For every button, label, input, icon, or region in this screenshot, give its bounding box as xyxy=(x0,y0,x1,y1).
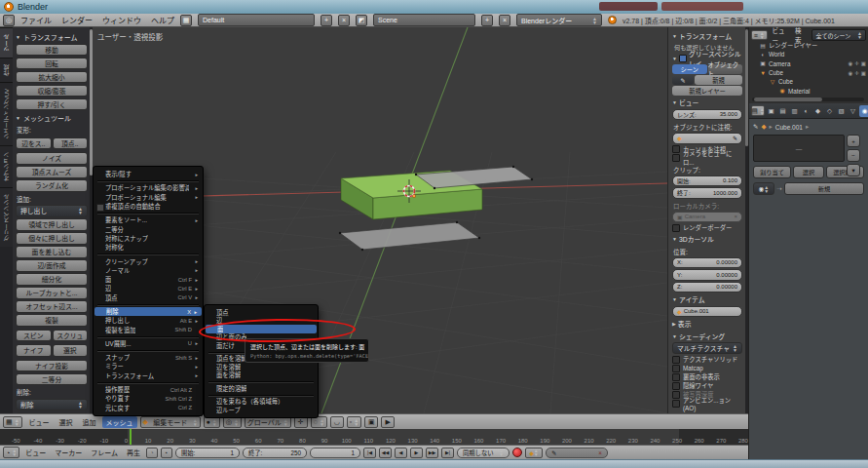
menu-item[interactable]: 表示/隠す ▸ xyxy=(94,170,203,178)
menu-item[interactable]: 操作履歴 Ctrl Alt Z ▸ xyxy=(94,385,203,394)
toolshelf-tab[interactable]: 作成 xyxy=(0,58,13,82)
toolshelf-tab[interactable]: シェーディング/UV xyxy=(0,82,13,145)
outliner-row[interactable]: ▤ レンダーレイヤー ◉✛▣ xyxy=(751,41,866,50)
outliner-row[interactable]: ◉ Material ◉✛▣ xyxy=(751,86,866,95)
menu-item[interactable]: トランスフォーム ▸ xyxy=(94,371,203,380)
properties-tab-icon[interactable]: ◆ xyxy=(812,105,823,117)
timeline-menu-item[interactable]: マーカー xyxy=(55,448,82,457)
shading-checkbox-row[interactable]: 裏面の非表示 xyxy=(672,372,742,381)
menu-item[interactable]: スナップ Shift S ▸ xyxy=(94,353,203,362)
menu-item[interactable]: ミラー ▸ xyxy=(94,362,203,370)
lock-icon[interactable]: ▪ xyxy=(161,448,172,458)
menu-item[interactable]: 要素をソート... ▸ xyxy=(94,215,203,224)
keying-set-dropdown[interactable]: ◆▲▼ xyxy=(525,448,543,458)
render-engine-dropdown[interactable]: Blenderレンダー▲▼ xyxy=(516,14,602,26)
spin-button[interactable]: スピン xyxy=(16,330,52,342)
prev-keyframe-button[interactable]: ◀◀ xyxy=(379,448,392,458)
keying-set-field[interactable]: ✎× xyxy=(546,448,608,458)
lock-object-field[interactable]: ◆✎ xyxy=(672,133,742,144)
mode-dropdown[interactable]: ◆編集モード▲▼ xyxy=(140,416,201,428)
gray-plane-lower[interactable] xyxy=(340,222,479,250)
delete-dropdown[interactable]: 削除▲▼ xyxy=(16,399,88,411)
submenu-item[interactable]: 辺を束ねる（各領域毎） xyxy=(205,398,318,407)
axis-number-field[interactable]: Y:0.00000 xyxy=(672,269,742,281)
timeline-menu-item[interactable]: 再生 xyxy=(127,448,140,457)
new-layer-button[interactable]: 新規レイヤー xyxy=(672,86,742,96)
panel-header-meshtools[interactable]: ▼メッシュツール xyxy=(16,112,88,123)
gpencil-object-toggle[interactable]: オブジェクト xyxy=(708,64,743,74)
outliner-scrollbar[interactable] xyxy=(752,98,864,101)
outliner-item-label[interactable]: Material xyxy=(788,88,810,95)
outliner-row[interactable]: ▣ Camera ◉✛▣ xyxy=(751,59,866,68)
add-scene-button[interactable]: + xyxy=(481,15,493,26)
editor-type-icon[interactable]: ◎ xyxy=(3,15,15,26)
panel-header-shading[interactable]: ▼シェーディング xyxy=(672,332,742,342)
panel-header-display[interactable]: ▶表示 xyxy=(672,319,742,330)
item-name-field[interactable]: ◆Cube.001 xyxy=(672,306,742,318)
add-tool-button[interactable]: 細分化 xyxy=(16,273,88,286)
submenu-item[interactable]: 辺 xyxy=(205,317,318,326)
slot-specials-dropdown[interactable]: ▾ xyxy=(847,164,860,176)
menu-item[interactable]: 削除 X ▸ xyxy=(94,307,202,316)
edge-slide-button[interactable]: 辺をス.. xyxy=(16,137,52,150)
shading-checkbox-row[interactable]: Matcap xyxy=(672,364,742,372)
add-slot-button[interactable]: + xyxy=(847,135,860,147)
outliner-editor-dropdown[interactable]: ≡▲▼ xyxy=(751,30,768,40)
menu-item[interactable]: やり直す Shift Ctrl Z ▸ xyxy=(94,394,203,403)
outliner-item-label[interactable]: Camera xyxy=(769,60,790,67)
add-tool-button[interactable]: ナイフ投影 xyxy=(16,360,88,372)
sync-dropdown[interactable]: 同期しない▲▼ xyxy=(457,448,509,458)
info-menu-item[interactable]: ファイル xyxy=(20,15,52,25)
outliner-row[interactable]: ▼ Cube ◉✛▣ xyxy=(751,68,866,77)
next-keyframe-button[interactable]: ▶▶ xyxy=(426,448,438,458)
panel-header-item[interactable]: ▼アイテム xyxy=(672,294,742,305)
select-button[interactable]: 選択 xyxy=(793,166,824,178)
deform-tool-button[interactable]: ランダム化 xyxy=(16,179,88,192)
render-border-check[interactable]: レンダーボーダー xyxy=(672,223,742,232)
menu-item[interactable]: 元に戻す Ctrl Z ▸ xyxy=(94,404,203,412)
screen-layout-field[interactable]: Default xyxy=(198,14,315,26)
info-menu-item[interactable]: ウィンドウ xyxy=(102,15,141,25)
menu-item[interactable]: 押し出し Alt E ▸ xyxy=(94,316,203,325)
add-tool-button[interactable]: 面を差し込む xyxy=(16,246,88,258)
new-material-button[interactable]: 新規 xyxy=(784,182,864,195)
toolshelf-tab[interactable]: オプション xyxy=(0,145,13,187)
local-camera-field[interactable]: ▣Camera× xyxy=(672,212,742,223)
frame-end-field[interactable]: 終了:250 xyxy=(243,448,307,458)
properties-tab-icon[interactable]: ▽ xyxy=(848,105,858,117)
submenu-item[interactable]: 辺ループ xyxy=(205,406,318,414)
properties-tab-icon[interactable]: ▤ xyxy=(777,105,788,117)
timeline-ruler[interactable]: -50-40-30-20-100102030405060708090100110… xyxy=(0,429,748,445)
add-tool-button[interactable]: オフセット辺ス... xyxy=(16,300,88,313)
transform-tool-button[interactable]: 収縮/膨張 xyxy=(16,85,88,98)
knife-button[interactable]: ナイフ xyxy=(16,344,52,357)
snap-magnet-icon[interactable]: ◡ xyxy=(330,416,344,428)
properties-tab-icon[interactable]: ◐ xyxy=(801,105,811,117)
outliner-item-label[interactable]: Cube xyxy=(769,69,783,76)
viewport-menu-item[interactable]: ビュー xyxy=(25,416,54,428)
clip-end-slider[interactable]: 終了:1000.000 xyxy=(672,187,742,199)
shading-checkbox-row[interactable]: アンビエン...ョン(AO) xyxy=(672,399,742,408)
properties-tab-icon[interactable]: ▥ xyxy=(789,105,800,117)
menu-item[interactable]: UV展開... U ▸ xyxy=(94,339,203,348)
add-tool-button[interactable]: 領域で押し出し xyxy=(16,218,88,231)
current-frame-field[interactable]: 1 xyxy=(310,448,360,458)
menu-item[interactable]: 辺 Ctrl E ▸ xyxy=(94,284,203,292)
transform-tool-button[interactable]: 回転 xyxy=(16,58,88,70)
delete-layout-button[interactable]: × xyxy=(338,15,350,26)
add-tool-button[interactable]: 二等分 xyxy=(16,373,88,386)
transform-tool-button[interactable]: 拡大縮小 xyxy=(16,71,88,84)
render-opengl-anim-button[interactable]: ▶ xyxy=(381,416,395,428)
scene-icon[interactable]: ◩ xyxy=(356,15,367,26)
restrict-icons[interactable]: ◉✛▣ xyxy=(848,70,866,76)
outliner-scope-dropdown[interactable]: 全てのシーン▲▼ xyxy=(811,29,866,41)
submenu-item[interactable]: 頂点 xyxy=(205,308,318,317)
timeline-menu-item[interactable]: フレーム xyxy=(91,448,118,457)
record-button[interactable] xyxy=(512,448,522,457)
viewport-menu-item[interactable]: 選択 xyxy=(56,416,77,428)
jump-start-button[interactable]: |◀ xyxy=(363,448,376,458)
properties-tab-icon[interactable]: ▣ xyxy=(766,105,776,117)
shading-mode-dropdown[interactable]: マルチテクスチャ▲▼ xyxy=(672,342,742,354)
menu-item[interactable]: 複製を追加 Shift D ▸ xyxy=(94,325,203,333)
pencil-icon[interactable]: ✎ xyxy=(672,75,694,85)
